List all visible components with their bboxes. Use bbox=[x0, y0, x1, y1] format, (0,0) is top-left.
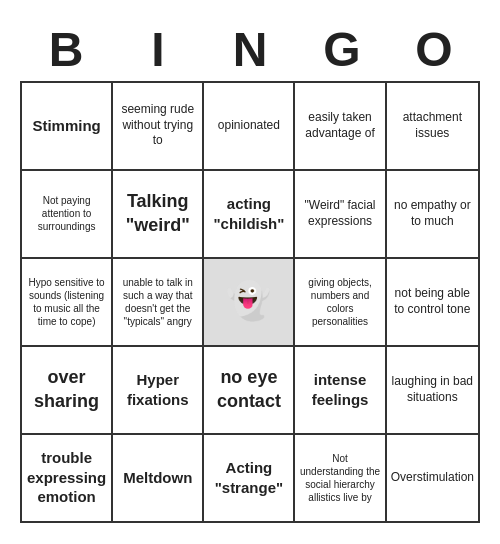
letter-g: G bbox=[297, 22, 387, 77]
ghost-icon: 👻 bbox=[226, 283, 271, 319]
bingo-cell[interactable]: over sharing bbox=[22, 347, 113, 435]
bingo-cell[interactable]: easily taken advantage of bbox=[295, 83, 386, 171]
bingo-cell[interactable]: opinionated bbox=[204, 83, 295, 171]
bingo-cell[interactable]: Overstimulation bbox=[387, 435, 480, 523]
bingo-cell[interactable]: "Weird" facial expressions bbox=[295, 171, 386, 259]
letter-o: O bbox=[389, 22, 479, 77]
bingo-card: B I N G O Stimmingseeming rude without t… bbox=[10, 12, 490, 533]
bingo-cell[interactable]: no eye contact bbox=[204, 347, 295, 435]
bingo-cell[interactable]: intense feelings bbox=[295, 347, 386, 435]
bingo-cell[interactable]: not being able to control tone bbox=[387, 259, 480, 347]
bingo-cell[interactable]: Hypo sensitive to sounds (listening to m… bbox=[22, 259, 113, 347]
bingo-cell[interactable]: Acting "strange" bbox=[204, 435, 295, 523]
bingo-cell[interactable]: Not understanding the social hierarchy a… bbox=[295, 435, 386, 523]
bingo-grid: Stimmingseeming rude without trying toop… bbox=[20, 81, 480, 523]
bingo-cell[interactable]: giving objects, numbers and colors perso… bbox=[295, 259, 386, 347]
bingo-cell[interactable]: Not paying attention to surroundings bbox=[22, 171, 113, 259]
bingo-cell[interactable]: Stimming bbox=[22, 83, 113, 171]
bingo-cell[interactable]: seeming rude without trying to bbox=[113, 83, 204, 171]
letter-i: I bbox=[113, 22, 203, 77]
bingo-cell[interactable]: laughing in bad situations bbox=[387, 347, 480, 435]
bingo-cell[interactable]: 👻 bbox=[204, 259, 295, 347]
bingo-cell[interactable]: trouble expressing emotion bbox=[22, 435, 113, 523]
bingo-cell[interactable]: no empathy or to much bbox=[387, 171, 480, 259]
bingo-cell[interactable]: Talking "weird" bbox=[113, 171, 204, 259]
letter-n: N bbox=[205, 22, 295, 77]
bingo-cell[interactable]: acting "childish" bbox=[204, 171, 295, 259]
bingo-cell[interactable]: Meltdown bbox=[113, 435, 204, 523]
bingo-cell[interactable]: attachment issues bbox=[387, 83, 480, 171]
bingo-cell[interactable]: unable to talk in such a way that doesn'… bbox=[113, 259, 204, 347]
bingo-header: B I N G O bbox=[20, 22, 480, 77]
letter-b: B bbox=[21, 22, 111, 77]
bingo-cell[interactable]: Hyper fixations bbox=[113, 347, 204, 435]
